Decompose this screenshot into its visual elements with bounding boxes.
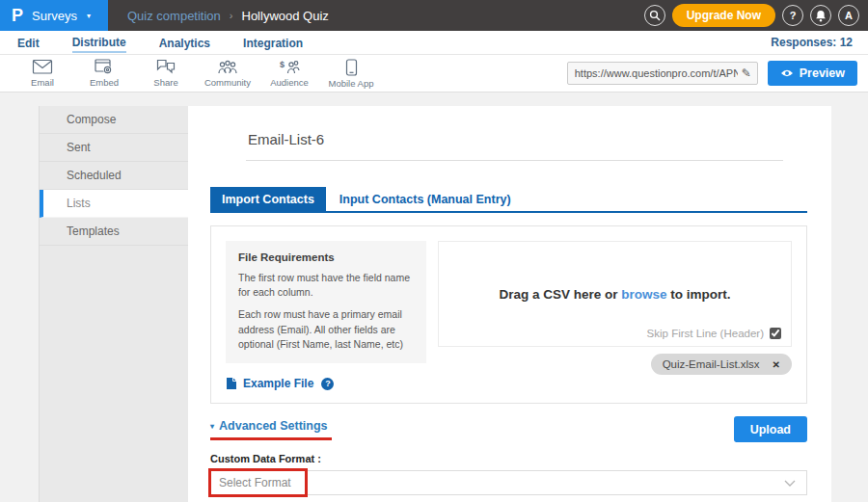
example-file-help-icon[interactable]: ? bbox=[321, 378, 334, 390]
preview-label: Preview bbox=[800, 66, 845, 80]
upgrade-now-button[interactable]: Upgrade Now bbox=[672, 4, 775, 27]
channel-email[interactable]: Email bbox=[12, 59, 73, 88]
avatar[interactable]: A bbox=[838, 5, 859, 26]
channel-label: Audience bbox=[270, 77, 309, 88]
bell-icon bbox=[815, 10, 827, 22]
sidebar-item-templates[interactable]: Templates bbox=[40, 218, 188, 246]
dropzone-text-before: Drag a CSV here or bbox=[499, 287, 617, 302]
product-switcher[interactable]: P Surveys ▾ bbox=[0, 0, 108, 31]
list-name-wrap bbox=[246, 131, 783, 161]
sidebar-item-scheduled[interactable]: Scheduled bbox=[40, 162, 188, 190]
channel-label: Share bbox=[153, 77, 177, 88]
survey-url-input[interactable] bbox=[568, 67, 740, 79]
breadcrumb-current: Hollywood Quiz bbox=[242, 9, 329, 23]
channel-label: Community bbox=[204, 77, 251, 88]
upload-button[interactable]: Upload bbox=[734, 416, 807, 442]
chevron-down-icon: ▾ bbox=[87, 12, 91, 20]
uploaded-file-chip[interactable]: Quiz-Email-List.xlsx ✕ bbox=[651, 354, 792, 375]
svg-text:$: $ bbox=[280, 60, 285, 69]
search-icon bbox=[649, 10, 661, 21]
browse-link[interactable]: browse bbox=[621, 287, 666, 302]
dropzone-text: Drag a CSV here or browse to import. bbox=[499, 287, 730, 302]
dropzone-text-after: to import. bbox=[670, 287, 730, 302]
example-file-link[interactable]: Example File bbox=[243, 377, 313, 390]
channel-label: Embed bbox=[90, 77, 119, 88]
preview-button[interactable]: Preview bbox=[768, 61, 857, 86]
channel-mobile-app[interactable]: Mobile App bbox=[320, 59, 382, 89]
email-icon bbox=[32, 59, 53, 75]
file-requirements-title: File Requirements bbox=[238, 251, 414, 263]
questionpro-logo-icon: P bbox=[12, 7, 23, 24]
responses-count[interactable]: Responses: 12 bbox=[771, 36, 853, 49]
header-actions: Upgrade Now ? A bbox=[644, 4, 868, 27]
select-format-value: Select Format bbox=[211, 471, 806, 494]
import-contacts-panel: File Requirements The first row must hav… bbox=[210, 225, 807, 404]
remove-file-icon[interactable]: ✕ bbox=[773, 359, 780, 370]
community-icon bbox=[217, 60, 238, 75]
channel-embed[interactable]: Embed bbox=[73, 59, 135, 88]
skip-first-line-row: Skip First Line (Header) bbox=[647, 328, 781, 339]
advanced-settings-label: Advanced Settings bbox=[219, 419, 328, 433]
file-icon bbox=[226, 377, 237, 390]
list-name-input[interactable] bbox=[246, 131, 783, 161]
embed-icon bbox=[95, 59, 114, 75]
custom-data-format-label: Custom Data Format : bbox=[210, 453, 807, 464]
tab-input-contacts-manual[interactable]: Input Contacts (Manual Entry) bbox=[328, 187, 523, 211]
skip-first-line-checkbox[interactable] bbox=[770, 328, 781, 339]
lists-panel: Import Contacts Input Contacts (Manual E… bbox=[188, 106, 831, 502]
page-body: Compose Sent Scheduled Lists Templates I… bbox=[0, 92, 868, 502]
custom-data-format-select[interactable]: Select Format bbox=[210, 470, 807, 495]
advanced-settings-toggle[interactable]: ▾ Advanced Settings bbox=[210, 416, 332, 440]
skip-first-line-label: Skip First Line (Header) bbox=[647, 328, 764, 339]
uploaded-file-row: Quiz-Email-List.xlsx ✕ bbox=[438, 354, 792, 375]
channel-label: Mobile App bbox=[328, 78, 373, 89]
tab-integration[interactable]: Integration bbox=[243, 34, 303, 52]
distribute-toolbar: Email Embed Share Community $ Audience M… bbox=[0, 55, 868, 92]
caret-down-icon: ▾ bbox=[210, 422, 214, 431]
tab-analytics[interactable]: Analytics bbox=[159, 34, 210, 52]
channel-share[interactable]: Share bbox=[135, 59, 197, 88]
mobile-app-icon bbox=[345, 59, 358, 76]
help-button[interactable]: ? bbox=[782, 5, 803, 26]
chevron-down-icon bbox=[784, 480, 796, 487]
eye-icon bbox=[780, 68, 794, 78]
channel-community[interactable]: Community bbox=[197, 60, 258, 88]
product-menu-label: Surveys bbox=[32, 9, 77, 23]
tab-import-contacts[interactable]: Import Contacts bbox=[210, 187, 326, 211]
breadcrumb: Quiz competition › Hollywood Quiz bbox=[127, 9, 329, 23]
sidebar-item-lists[interactable]: Lists bbox=[40, 190, 188, 218]
contacts-tabs: Import Contacts Input Contacts (Manual E… bbox=[210, 187, 807, 213]
breadcrumb-separator-icon: › bbox=[230, 10, 233, 21]
avatar-letter: A bbox=[845, 10, 853, 21]
file-requirements-box: File Requirements The first row must hav… bbox=[226, 241, 426, 363]
survey-nav: Edit Distribute Analytics Integration Re… bbox=[0, 31, 868, 55]
sidebar-item-compose[interactable]: Compose bbox=[40, 106, 188, 134]
uploaded-file-name: Quiz-Email-List.xlsx bbox=[663, 358, 760, 370]
file-requirements-line2: Each row must have a primary email addre… bbox=[238, 307, 414, 352]
file-requirements-line1: The first row must have the field name f… bbox=[238, 271, 414, 300]
email-sidebar: Compose Sent Scheduled Lists Templates bbox=[39, 106, 188, 502]
example-file-row: Example File ? bbox=[226, 377, 426, 390]
tab-edit[interactable]: Edit bbox=[17, 34, 40, 52]
sidebar-item-sent[interactable]: Sent bbox=[40, 134, 188, 162]
edit-url-icon[interactable]: ✎ bbox=[740, 66, 757, 80]
channel-label: Email bbox=[31, 77, 54, 88]
audience-icon: $ bbox=[279, 59, 300, 75]
toolbar-right: ✎ Preview bbox=[567, 61, 868, 86]
survey-url-box: ✎ bbox=[567, 62, 758, 85]
channel-audience[interactable]: $ Audience bbox=[258, 59, 320, 88]
help-icon: ? bbox=[790, 10, 797, 21]
csv-dropzone[interactable]: Drag a CSV here or browse to import. Ski… bbox=[438, 241, 792, 347]
tab-distribute[interactable]: Distribute bbox=[72, 33, 126, 53]
search-button[interactable] bbox=[644, 5, 665, 26]
upload-column: Drag a CSV here or browse to import. Ski… bbox=[438, 241, 792, 390]
actions-row: ▾ Advanced Settings Upload bbox=[210, 416, 807, 442]
breadcrumb-parent[interactable]: Quiz competition bbox=[127, 9, 221, 23]
top-header: P Surveys ▾ Quiz competition › Hollywood… bbox=[0, 0, 868, 31]
file-requirements-column: File Requirements The first row must hav… bbox=[226, 241, 426, 390]
notifications-button[interactable] bbox=[810, 5, 831, 26]
share-icon bbox=[155, 59, 176, 75]
